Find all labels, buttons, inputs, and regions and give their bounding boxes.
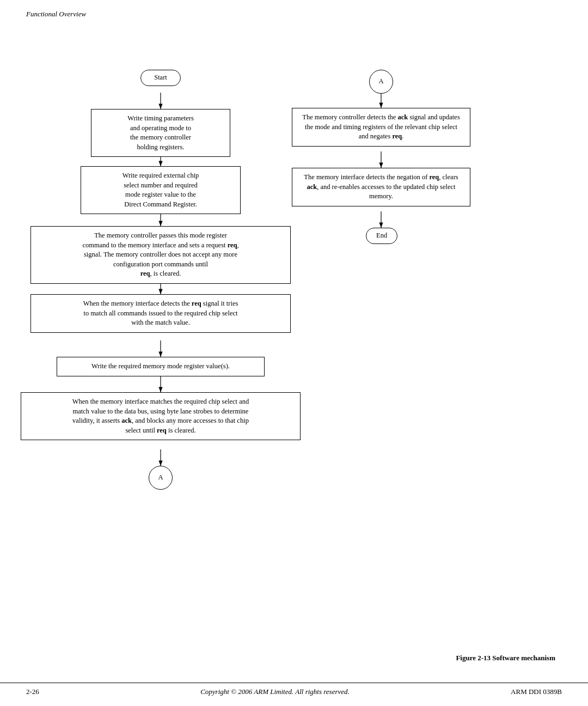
box2-text: Write required external chipselect numbe… (122, 172, 199, 208)
footer-left: 2-26 (26, 687, 39, 696)
box-right2-node: The memory interface detects the negatio… (292, 168, 470, 206)
box3-text: The memory controller passes this mode r… (82, 232, 238, 277)
box1-text: Write timing parametersand operating mod… (127, 114, 194, 151)
header-text: Functional Overview (26, 10, 86, 18)
box-right2-text: The memory interface detects the negatio… (304, 173, 458, 200)
a-bottom-label: A (158, 473, 163, 483)
box5-node: Write the required memory mode register … (57, 357, 265, 376)
footer-right: ARM DDI 0389B (511, 687, 562, 696)
box-right1-node: The memory controller detects the ack si… (292, 108, 470, 147)
box5-text: Write the required memory mode register … (91, 362, 230, 370)
a-top-node: A (369, 70, 393, 94)
a-top-label: A (378, 77, 383, 87)
box4-text: When the memory interface detects the re… (83, 300, 238, 326)
box2-node: Write required external chipselect numbe… (81, 166, 241, 214)
diagram-area: Start Write timing parametersand operati… (0, 27, 588, 673)
a-bottom-node: A (149, 466, 173, 490)
box6-node: When the memory interface matches the re… (21, 392, 301, 440)
page-footer: 2-26 Copyright © 2006 ARM Limited. All r… (0, 683, 588, 696)
box1-node: Write timing parametersand operating mod… (91, 109, 230, 157)
box-right1-text: The memory controller detects the ack si… (302, 113, 460, 140)
box3-node: The memory controller passes this mode r… (30, 226, 291, 284)
start-label: Start (154, 74, 167, 81)
end-label: End (376, 232, 387, 239)
box4-node: When the memory interface detects the re… (30, 294, 291, 333)
figure-caption-text: Figure 2-13 Software mechanism (456, 654, 555, 662)
page-header: Functional Overview (26, 10, 86, 19)
figure-caption: Figure 2-13 Software mechanism (456, 654, 555, 662)
footer-center: Copyright © 2006 ARM Limited. All rights… (200, 687, 350, 696)
start-node: Start (140, 70, 181, 86)
end-node: End (366, 228, 397, 244)
box6-text: When the memory interface matches the re… (72, 398, 249, 434)
